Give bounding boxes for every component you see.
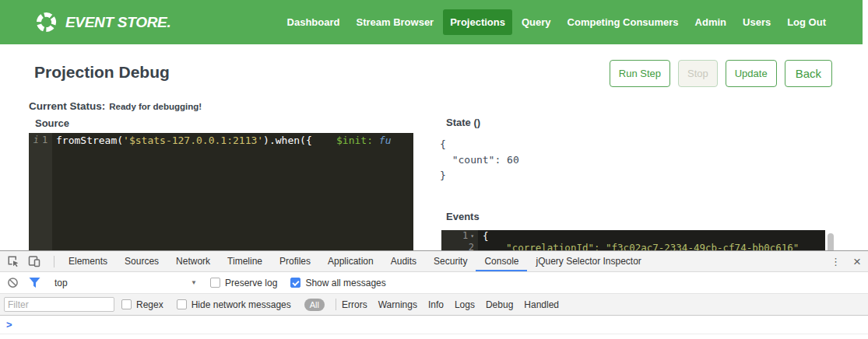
line-number: 1 bbox=[462, 230, 468, 242]
filter-level-logs[interactable]: Logs bbox=[455, 299, 475, 310]
regex-label: Regex bbox=[136, 299, 163, 310]
filter-level-handled[interactable]: Handled bbox=[524, 299, 559, 310]
devtools-tab-network[interactable]: Network bbox=[167, 251, 219, 271]
regex-toggle[interactable]: Regex bbox=[121, 299, 163, 310]
nav-item-competing-consumers[interactable]: Competing Consumers bbox=[561, 9, 686, 35]
filter-level-warnings[interactable]: Warnings bbox=[378, 299, 417, 310]
filter-level-debug[interactable]: Debug bbox=[486, 299, 513, 310]
events-code: "correlationId": "f3c02ac7-2334-49cb-cf7… bbox=[478, 242, 799, 250]
code-segment: fu bbox=[373, 135, 391, 146]
source-code: fromStream('$stats-127.0.0.1:2113').when… bbox=[52, 133, 391, 250]
devtools-tab-audits[interactable]: Audits bbox=[382, 251, 425, 271]
events-line: 2 "correlationId": "f3c02ac7-2334-49cb-c… bbox=[441, 242, 825, 250]
source-gutter: i 1 bbox=[29, 133, 52, 250]
filter-level-errors[interactable]: Errors bbox=[342, 299, 367, 310]
stop-button[interactable]: Stop bbox=[678, 60, 718, 87]
brand: EVENT STORE. bbox=[34, 10, 170, 34]
devtools-tab-timeline[interactable]: Timeline bbox=[219, 251, 271, 271]
preserve-log-toggle[interactable]: Preserve log bbox=[210, 278, 277, 288]
console-filter-levels: AllErrorsWarningsInfoLogsDebugHandled bbox=[304, 299, 570, 311]
separator bbox=[336, 299, 336, 310]
nav-item-dashboard[interactable]: Dashboard bbox=[280, 9, 347, 35]
devtools-close-icon[interactable]: × bbox=[853, 255, 861, 268]
devtools-tab-jquery-selector-inspector[interactable]: jQuery Selector Inspector bbox=[527, 251, 649, 271]
state-label: State () bbox=[446, 117, 480, 128]
devtools-tab-console[interactable]: Console bbox=[476, 251, 527, 271]
line-number: 1 bbox=[42, 135, 47, 145]
page-title: Projection Debug bbox=[34, 63, 170, 82]
back-button[interactable]: Back bbox=[785, 60, 832, 87]
status-line: Current Status: Ready for debugging! bbox=[29, 100, 202, 112]
clear-console-button[interactable] bbox=[7, 277, 19, 288]
header-actions: Run StepStopUpdateBack bbox=[610, 60, 832, 87]
console-toolbar: top ▼ Preserve log Show all messages bbox=[0, 272, 868, 294]
line-number: 2 bbox=[469, 242, 474, 250]
scrollbar-thumb[interactable] bbox=[828, 233, 834, 250]
preserve-log-label: Preserve log bbox=[225, 278, 277, 288]
filter-level-info[interactable]: Info bbox=[428, 299, 444, 310]
hide-network-messages-toggle[interactable]: Hide network messages bbox=[177, 299, 291, 310]
events-editor[interactable]: 1▾{2 "correlationId": "f3c02ac7-2334-49c… bbox=[441, 230, 825, 250]
events-gutter: 1▾ bbox=[441, 230, 478, 242]
checkbox-checked-icon bbox=[290, 278, 300, 288]
nav-item-admin[interactable]: Admin bbox=[688, 9, 733, 35]
devtools-tab-application[interactable]: Application bbox=[319, 251, 382, 271]
checkbox-unchecked-icon bbox=[210, 278, 220, 288]
devtools-tab-security[interactable]: Security bbox=[425, 251, 476, 271]
nav-item-log-out[interactable]: Log Out bbox=[780, 9, 833, 35]
filter-icon[interactable] bbox=[29, 278, 40, 288]
console-filter-input[interactable] bbox=[4, 297, 114, 312]
devtools-menu-icon[interactable]: ⋮ bbox=[831, 256, 841, 267]
show-all-messages-label: Show all messages bbox=[305, 278, 385, 288]
code-segment: fromStream( bbox=[56, 135, 123, 146]
devtools-panel: ElementsSourcesNetworkTimelineProfilesAp… bbox=[0, 250, 868, 339]
devtools-tabs: ElementsSourcesNetworkTimelineProfilesAp… bbox=[60, 251, 650, 271]
navbar: EVENT STORE. DashboardStream BrowserProj… bbox=[0, 0, 863, 44]
checkbox-unchecked-icon bbox=[121, 299, 132, 309]
filter-level-all[interactable]: All bbox=[304, 299, 325, 311]
code-segment: ).when({ bbox=[263, 135, 336, 146]
state-json: { "count": 60 } bbox=[440, 137, 519, 183]
console-filter-bar: Regex Hide network messages AllErrorsWar… bbox=[0, 294, 868, 316]
devtools-tab-profiles[interactable]: Profiles bbox=[271, 251, 319, 271]
device-toolbar-icon[interactable] bbox=[27, 251, 41, 271]
prompt-chevron-icon: > bbox=[6, 319, 12, 330]
devtools-tabbar: ElementsSourcesNetworkTimelineProfilesAp… bbox=[0, 251, 868, 272]
events-label: Events bbox=[446, 211, 480, 222]
console-output: > bbox=[0, 316, 868, 334]
annotation-icon: i bbox=[33, 135, 39, 145]
events-scrollbar[interactable] bbox=[826, 231, 835, 250]
status-label: Current Status: bbox=[29, 100, 105, 112]
devtools-tab-elements[interactable]: Elements bbox=[60, 251, 116, 271]
source-editor[interactable]: i 1 fromStream('$stats-127.0.0.1:2113').… bbox=[29, 133, 413, 250]
nav-item-query[interactable]: Query bbox=[515, 9, 558, 35]
navbar-menu: DashboardStream BrowserProjectionsQueryC… bbox=[280, 9, 833, 35]
update-button[interactable]: Update bbox=[726, 60, 777, 87]
code-segment: $init: bbox=[336, 135, 373, 146]
devtools-tab-sources[interactable]: Sources bbox=[116, 251, 167, 271]
run-step-button[interactable]: Run Step bbox=[610, 60, 670, 87]
hide-network-messages-label: Hide network messages bbox=[192, 299, 291, 310]
checkbox-unchecked-icon bbox=[177, 299, 187, 309]
devtools-controls: ⋮ × bbox=[831, 251, 861, 271]
execution-context-selector[interactable]: top ▼ bbox=[51, 278, 197, 288]
code-segment: "correlationId": "f3c02ac7-2334-49cb-cf7… bbox=[483, 242, 799, 250]
events-code: { bbox=[478, 230, 489, 242]
nav-item-stream-browser[interactable]: Stream Browser bbox=[349, 9, 441, 35]
brand-text: EVENT STORE. bbox=[65, 14, 170, 31]
code-segment: { bbox=[483, 230, 489, 242]
show-all-messages-toggle[interactable]: Show all messages bbox=[290, 278, 385, 288]
nav-item-users[interactable]: Users bbox=[736, 9, 778, 35]
chevron-down-icon: ▼ bbox=[191, 279, 197, 286]
event-store-logo-icon bbox=[34, 10, 58, 34]
source-label: Source bbox=[35, 117, 69, 129]
console-prompt[interactable]: > bbox=[0, 316, 868, 334]
inspect-element-icon[interactable] bbox=[6, 251, 20, 271]
events-line: 1▾{ bbox=[441, 230, 825, 242]
events-gutter: 2 bbox=[441, 242, 478, 250]
fold-arrow-icon[interactable]: ▾ bbox=[470, 230, 474, 242]
nav-item-projections[interactable]: Projections bbox=[443, 9, 512, 35]
context-label: top bbox=[54, 278, 68, 288]
separator bbox=[54, 256, 54, 267]
status-value: Ready for debugging! bbox=[109, 102, 202, 111]
